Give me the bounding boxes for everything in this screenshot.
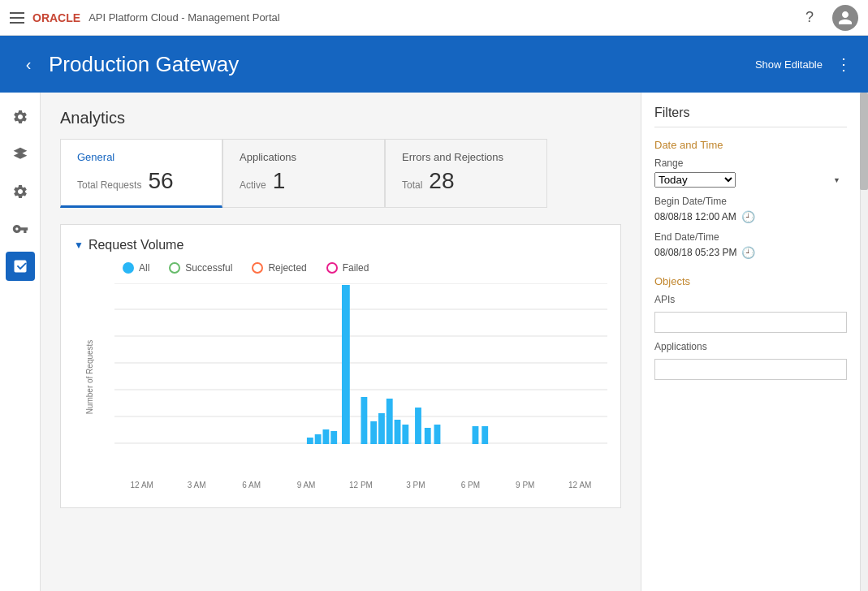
legend-item-successful[interactable]: Successful (169, 262, 232, 274)
chart-inner: 0 3 6 9 12 15 18 21 (114, 283, 607, 470)
sidebar-item-analytics[interactable] (6, 252, 35, 281)
apis-label: APIs (654, 294, 847, 305)
svg-rect-17 (323, 429, 330, 444)
general-card-label: General (77, 151, 205, 163)
user-avatar-icon[interactable] (832, 5, 858, 31)
chart-legend: All Successful Rejected Failed (74, 262, 607, 274)
x-axis-labels: 12 AM 3 AM 6 AM 9 AM 12 PM 3 PM 6 PM 9 P… (114, 475, 607, 494)
top-nav-left: ORACLE API Platform Cloud - Management P… (10, 11, 790, 24)
end-datetime-value: 08/08/18 05:23 PM 🕘 (654, 246, 847, 259)
begin-datetime-text: 08/08/18 12:00 AM (654, 211, 736, 222)
begin-datetime-icon[interactable]: 🕘 (741, 210, 755, 223)
range-select-wrapper[interactable]: Today Last 7 Days Last 30 Days Custom (654, 172, 847, 188)
x-label-12am-end: 12 AM (553, 481, 607, 490)
x-label-3pm: 3 PM (388, 481, 443, 490)
x-label-3am: 3 AM (169, 481, 223, 490)
sidebar-item-key[interactable] (6, 214, 35, 244)
svg-rect-24 (395, 420, 401, 444)
svg-rect-20 (361, 397, 368, 444)
svg-rect-23 (386, 399, 393, 444)
legend-dot-rejected (252, 262, 263, 274)
legend-label-failed: Failed (343, 262, 369, 274)
date-time-section: Date and Time Range Today Last 7 Days La… (654, 139, 847, 259)
chart-section: ▼ Request Volume All Successful Rejected (60, 224, 621, 508)
stat-card-applications[interactable]: Applications Active 1 (222, 139, 385, 208)
page-title: Production Gateway (49, 52, 755, 77)
applications-card-sublabel: Active (240, 179, 266, 191)
filters-panel: Filters Date and Time Range Today Last 7… (641, 93, 860, 591)
date-time-section-title: Date and Time (654, 139, 847, 151)
legend-label-all: All (139, 262, 149, 274)
main-container: Analytics General Total Requests 56 Appl… (0, 93, 868, 591)
errors-card-sublabel: Total (402, 179, 422, 191)
stat-card-errors[interactable]: Errors and Rejections Total 28 (385, 139, 547, 208)
page-header-actions: Show Editable ⋮ (755, 54, 852, 74)
scrollbar-track[interactable] (860, 93, 868, 591)
show-editable-button[interactable]: Show Editable (755, 58, 823, 71)
x-label-6am: 6 AM (224, 481, 279, 490)
applications-input[interactable] (654, 359, 847, 380)
legend-dot-successful (169, 262, 180, 274)
legend-item-all[interactable]: All (123, 262, 149, 274)
general-card-value: 56 (148, 168, 173, 194)
legend-dot-all (123, 262, 134, 274)
chart-container: Number of Requests 0 3 (74, 283, 607, 494)
top-nav-bar: ORACLE API Platform Cloud - Management P… (0, 0, 868, 36)
applications-card-value: 1 (273, 168, 286, 194)
end-datetime-text: 08/08/18 05:23 PM (654, 247, 736, 258)
svg-rect-25 (402, 425, 408, 444)
objects-section: Objects APIs Applications (654, 275, 847, 380)
general-card-sublabel: Total Requests (77, 179, 141, 191)
x-label-12pm: 12 PM (334, 481, 388, 490)
sidebar (0, 93, 41, 591)
x-label-9am: 9 AM (279, 481, 333, 490)
chart-title-row: ▼ Request Volume (74, 238, 607, 252)
end-date-label: End Date/Time (654, 231, 847, 243)
svg-rect-27 (425, 428, 431, 444)
errors-card-value-row: Total 28 (402, 168, 530, 194)
range-select[interactable]: Today Last 7 Days Last 30 Days Custom (654, 172, 736, 188)
content-area: Analytics General Total Requests 56 Appl… (41, 93, 641, 591)
oracle-brand-text: ORACLE (32, 11, 80, 24)
svg-rect-22 (378, 413, 385, 444)
svg-rect-28 (434, 425, 441, 444)
sidebar-item-settings2[interactable] (6, 177, 35, 206)
apis-input[interactable] (654, 312, 847, 333)
errors-card-label: Errors and Rejections (402, 151, 530, 163)
applications-card-value-row: Active 1 (240, 168, 368, 194)
range-label: Range (654, 157, 847, 169)
legend-item-rejected[interactable]: Rejected (252, 262, 306, 274)
y-axis-text: Number of Requests (86, 339, 95, 414)
legend-item-failed[interactable]: Failed (326, 262, 369, 274)
errors-card-value: 28 (429, 168, 454, 194)
app-nav-title: API Platform Cloud - Management Portal (89, 11, 280, 24)
filters-title: Filters (654, 106, 847, 127)
stat-cards-container: General Total Requests 56 Applications A… (60, 139, 621, 208)
legend-dot-failed (326, 262, 338, 274)
svg-rect-21 (370, 421, 377, 444)
collapse-chart-icon[interactable]: ▼ (74, 239, 84, 251)
scrollbar-thumb[interactable] (860, 93, 868, 190)
applications-card-label: Applications (240, 151, 368, 163)
svg-rect-19 (342, 285, 350, 444)
sidebar-item-settings[interactable] (6, 102, 35, 132)
analytics-section-title: Analytics (60, 109, 621, 127)
more-options-icon[interactable]: ⋮ (836, 54, 852, 74)
stat-card-general[interactable]: General Total Requests 56 (60, 139, 222, 208)
svg-rect-15 (307, 438, 313, 444)
x-label-9pm: 9 PM (498, 481, 552, 490)
help-icon[interactable]: ? (798, 6, 821, 29)
chart-svg: 0 3 6 9 12 15 18 21 (114, 283, 607, 470)
chart-title: Request Volume (89, 238, 184, 252)
svg-rect-30 (482, 426, 488, 444)
sidebar-item-graph[interactable] (6, 140, 35, 169)
hamburger-menu-icon[interactable] (10, 12, 24, 24)
end-datetime-icon[interactable]: 🕘 (741, 246, 755, 259)
x-label-12am-start: 12 AM (114, 481, 169, 490)
back-button[interactable]: ‹ (16, 52, 41, 76)
x-label-6pm: 6 PM (443, 481, 498, 490)
page-header: ‹ Production Gateway Show Editable ⋮ (0, 36, 868, 93)
applications-label: Applications (654, 341, 847, 352)
svg-rect-29 (473, 426, 479, 444)
begin-datetime-value: 08/08/18 12:00 AM 🕘 (654, 210, 847, 223)
